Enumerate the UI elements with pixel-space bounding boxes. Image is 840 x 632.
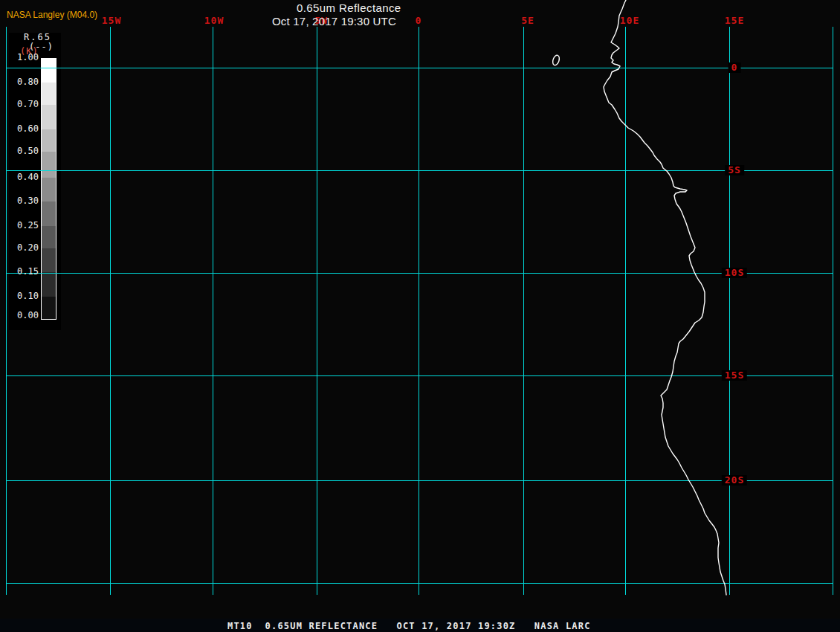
coastline-path xyxy=(604,0,726,595)
colorbar-tick: 0.60 xyxy=(7,123,39,134)
colorbar-tick: 0.80 xyxy=(7,77,39,87)
lon-label-10W: 10W xyxy=(204,16,224,25)
gridline-meridian xyxy=(833,27,833,595)
coastline-layer xyxy=(0,0,840,632)
lon-label-15E: 15E xyxy=(725,16,744,25)
gridline-meridian-0 xyxy=(419,27,419,595)
gridline-meridian-10W xyxy=(213,27,213,595)
gridline-meridian-5W xyxy=(317,27,317,595)
gridline-meridian-10E xyxy=(625,27,626,595)
agency-label: NASA Langley (M04.0) xyxy=(7,10,97,20)
timestamp-label: Oct 17, 2017 19:30 UTC xyxy=(272,15,396,28)
page-title: 0.65um Reflectance xyxy=(297,1,401,14)
lat-label-0: 0 xyxy=(728,62,741,73)
colorbar-tick: 0.70 xyxy=(7,99,39,109)
colorbar-tick: 0.15 xyxy=(7,266,39,277)
colorbar-tick: 0.20 xyxy=(7,242,39,253)
satellite-image-display: 15W 10W 5W 0 5E 10E 15E 0 5S 10S 15S 20S… xyxy=(0,0,840,632)
colorbar-tick: 0.30 xyxy=(7,196,39,206)
gridline-meridian xyxy=(6,27,7,595)
gridline-parallel-25S xyxy=(6,583,833,584)
gridline-parallel-20S xyxy=(6,480,833,481)
footer-bar: MT10 0.65UM REFLECTANCE OCT 17, 2017 19:… xyxy=(0,619,840,632)
colorbar-tick: 0.50 xyxy=(7,146,39,156)
lat-label-15S: 15S xyxy=(722,370,747,381)
colorbar-title: R.65 xyxy=(24,32,51,42)
gridline-parallel-5S xyxy=(6,170,833,171)
colorbar-step xyxy=(42,201,56,226)
colorbar-step xyxy=(42,226,56,248)
lon-label-0: 0 xyxy=(416,16,422,25)
lat-label-20S: 20S xyxy=(722,475,747,486)
lat-label-10S: 10S xyxy=(722,268,747,278)
lon-label-15W: 15W xyxy=(102,16,121,25)
colorbar-step xyxy=(42,178,56,201)
lon-label-5E: 5E xyxy=(521,16,534,25)
gridline-meridian-15E xyxy=(729,27,730,595)
colorbar-tick: 1.00 xyxy=(7,52,39,62)
colorbar-tick: 0.40 xyxy=(7,172,39,182)
colorbar-tick: 0.25 xyxy=(7,220,39,230)
lon-label-10E: 10E xyxy=(620,16,639,25)
gridline-meridian-5E xyxy=(523,27,524,595)
colorbar-step xyxy=(42,152,56,178)
gridline-parallel-15S xyxy=(6,375,833,376)
colorbar-step xyxy=(42,297,56,319)
colorbar-ramp xyxy=(41,58,56,320)
gridline-meridian-15W xyxy=(110,27,111,595)
colorbar-step xyxy=(42,272,56,297)
colorbar-step xyxy=(42,105,56,129)
colorbar-step xyxy=(42,129,56,152)
colorbar-tick: 0.10 xyxy=(7,291,39,301)
lat-label-5S: 5S xyxy=(725,165,744,175)
gridline-parallel-0 xyxy=(6,68,833,68)
footer-caption: MT10 0.65UM REFLECTANCE OCT 17, 2017 19:… xyxy=(227,621,591,631)
island-outline xyxy=(552,54,560,66)
gridline-parallel-10S xyxy=(6,273,833,274)
colorbar-step xyxy=(42,83,56,105)
colorbar-step xyxy=(42,59,56,83)
colorbar-step xyxy=(42,248,56,272)
colorbar-tick: 0.00 xyxy=(7,310,39,320)
